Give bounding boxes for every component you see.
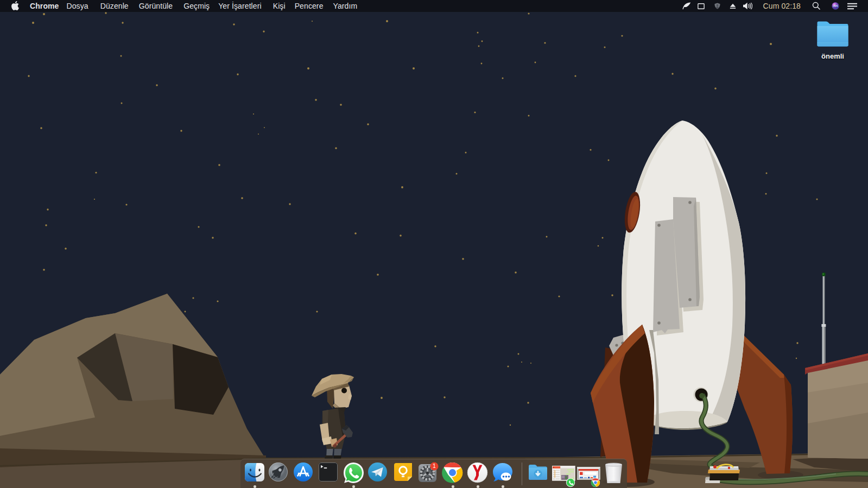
svg-text:1: 1 — [433, 462, 436, 469]
